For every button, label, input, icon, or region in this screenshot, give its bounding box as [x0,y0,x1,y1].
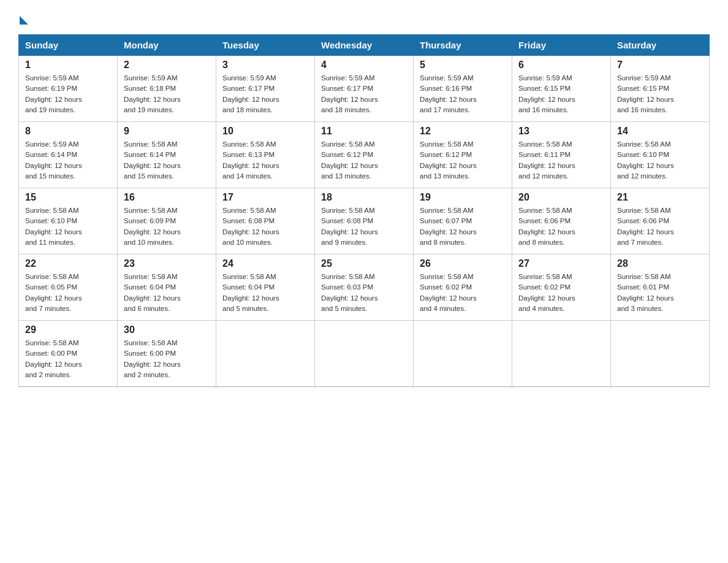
calendar-week-2: 8 Sunrise: 5:59 AM Sunset: 6:14 PM Dayli… [19,122,710,188]
day-number: 17 [222,192,308,203]
calendar-cell: 3 Sunrise: 5:59 AM Sunset: 6:17 PM Dayli… [216,56,315,122]
calendar-cell: 5 Sunrise: 5:59 AM Sunset: 6:16 PM Dayli… [414,56,512,122]
day-info: Sunrise: 5:58 AM Sunset: 6:05 PM Dayligh… [25,272,111,314]
calendar-cell: 14 Sunrise: 5:58 AM Sunset: 6:10 PM Dayl… [611,122,710,188]
day-info: Sunrise: 5:58 AM Sunset: 6:04 PM Dayligh… [124,272,210,314]
day-info: Sunrise: 5:58 AM Sunset: 6:13 PM Dayligh… [222,139,308,182]
day-info: Sunrise: 5:58 AM Sunset: 6:02 PM Dayligh… [420,272,506,314]
calendar-cell: 1 Sunrise: 5:59 AM Sunset: 6:19 PM Dayli… [19,56,118,122]
calendar-cell: 17 Sunrise: 5:58 AM Sunset: 6:08 PM Dayl… [216,188,315,255]
calendar-cell [216,321,315,387]
calendar-cell: 19 Sunrise: 5:58 AM Sunset: 6:07 PM Dayl… [414,188,512,255]
day-number: 21 [617,192,703,203]
day-info: Sunrise: 5:58 AM Sunset: 6:10 PM Dayligh… [617,139,703,182]
day-info: Sunrise: 5:58 AM Sunset: 6:06 PM Dayligh… [617,205,703,248]
calendar-cell: 9 Sunrise: 5:58 AM Sunset: 6:14 PM Dayli… [118,122,216,188]
day-number: 4 [321,59,407,71]
day-number: 3 [222,59,308,71]
header-friday: Friday [512,35,611,56]
day-number: 15 [25,192,111,203]
calendar-cell: 4 Sunrise: 5:59 AM Sunset: 6:17 PM Dayli… [315,56,414,122]
day-info: Sunrise: 5:58 AM Sunset: 6:11 PM Dayligh… [518,139,604,182]
page-header [18,12,710,22]
calendar-cell [512,321,611,387]
day-number: 10 [222,126,308,137]
day-number: 22 [25,258,111,269]
header-saturday: Saturday [611,35,710,56]
day-number: 6 [518,59,604,71]
calendar-cell: 30 Sunrise: 5:58 AM Sunset: 6:00 PM Dayl… [118,321,216,387]
day-number: 29 [25,324,111,335]
day-info: Sunrise: 5:58 AM Sunset: 6:04 PM Dayligh… [222,272,308,314]
calendar-cell: 10 Sunrise: 5:58 AM Sunset: 6:13 PM Dayl… [216,122,315,188]
day-info: Sunrise: 5:58 AM Sunset: 6:00 PM Dayligh… [124,338,210,380]
header-monday: Monday [118,35,216,56]
header-sunday: Sunday [19,35,118,56]
calendar-cell: 23 Sunrise: 5:58 AM Sunset: 6:04 PM Dayl… [118,255,216,321]
day-info: Sunrise: 5:58 AM Sunset: 6:03 PM Dayligh… [321,272,407,314]
calendar-cell [315,321,414,387]
calendar-cell: 13 Sunrise: 5:58 AM Sunset: 6:11 PM Dayl… [512,122,611,188]
day-info: Sunrise: 5:59 AM Sunset: 6:19 PM Dayligh… [25,73,111,115]
day-info: Sunrise: 5:59 AM Sunset: 6:18 PM Dayligh… [124,73,210,115]
calendar-cell: 6 Sunrise: 5:59 AM Sunset: 6:15 PM Dayli… [512,56,611,122]
day-number: 30 [124,324,210,335]
calendar-cell: 28 Sunrise: 5:58 AM Sunset: 6:01 PM Dayl… [611,255,710,321]
day-number: 9 [124,126,210,137]
calendar-cell [611,321,710,387]
calendar-week-3: 15 Sunrise: 5:58 AM Sunset: 6:10 PM Dayl… [19,188,710,255]
header-tuesday: Tuesday [216,35,315,56]
calendar-cell: 8 Sunrise: 5:59 AM Sunset: 6:14 PM Dayli… [19,122,118,188]
logo-arrow-icon [20,16,28,25]
day-number: 25 [321,258,407,269]
calendar-cell: 27 Sunrise: 5:58 AM Sunset: 6:02 PM Dayl… [512,255,611,321]
day-info: Sunrise: 5:59 AM Sunset: 6:17 PM Dayligh… [222,73,308,115]
day-number: 18 [321,192,407,203]
day-info: Sunrise: 5:58 AM Sunset: 6:12 PM Dayligh… [420,139,506,182]
day-number: 11 [321,126,407,137]
day-number: 23 [124,258,210,269]
day-info: Sunrise: 5:59 AM Sunset: 6:15 PM Dayligh… [617,73,703,115]
day-info: Sunrise: 5:58 AM Sunset: 6:12 PM Dayligh… [321,139,407,182]
calendar-cell: 21 Sunrise: 5:58 AM Sunset: 6:06 PM Dayl… [611,188,710,255]
calendar-cell: 16 Sunrise: 5:58 AM Sunset: 6:09 PM Dayl… [118,188,216,255]
day-number: 26 [420,258,506,269]
day-info: Sunrise: 5:58 AM Sunset: 6:07 PM Dayligh… [420,205,506,248]
day-info: Sunrise: 5:59 AM Sunset: 6:17 PM Dayligh… [321,73,407,115]
day-info: Sunrise: 5:58 AM Sunset: 6:06 PM Dayligh… [518,205,604,248]
day-number: 24 [222,258,308,269]
day-number: 28 [617,258,703,269]
day-info: Sunrise: 5:58 AM Sunset: 6:08 PM Dayligh… [321,205,407,248]
day-info: Sunrise: 5:59 AM Sunset: 6:15 PM Dayligh… [518,73,604,115]
day-number: 19 [420,192,506,203]
day-number: 16 [124,192,210,203]
day-number: 14 [617,126,703,137]
day-info: Sunrise: 5:59 AM Sunset: 6:16 PM Dayligh… [420,73,506,115]
day-number: 5 [420,59,506,71]
calendar-cell: 15 Sunrise: 5:58 AM Sunset: 6:10 PM Dayl… [19,188,118,255]
calendar-table: SundayMondayTuesdayWednesdayThursdayFrid… [18,34,710,387]
calendar-cell: 7 Sunrise: 5:59 AM Sunset: 6:15 PM Dayli… [611,56,710,122]
calendar-cell: 11 Sunrise: 5:58 AM Sunset: 6:12 PM Dayl… [315,122,414,188]
calendar-cell: 20 Sunrise: 5:58 AM Sunset: 6:06 PM Dayl… [512,188,611,255]
day-number: 27 [518,258,604,269]
day-number: 1 [25,59,111,71]
calendar-week-1: 1 Sunrise: 5:59 AM Sunset: 6:19 PM Dayli… [19,56,710,122]
calendar-week-5: 29 Sunrise: 5:58 AM Sunset: 6:00 PM Dayl… [19,321,710,387]
day-info: Sunrise: 5:59 AM Sunset: 6:14 PM Dayligh… [25,139,111,182]
day-info: Sunrise: 5:58 AM Sunset: 6:00 PM Dayligh… [25,338,111,380]
day-number: 8 [25,126,111,137]
day-info: Sunrise: 5:58 AM Sunset: 6:02 PM Dayligh… [518,272,604,314]
day-info: Sunrise: 5:58 AM Sunset: 6:14 PM Dayligh… [124,139,210,182]
calendar-week-4: 22 Sunrise: 5:58 AM Sunset: 6:05 PM Dayl… [19,255,710,321]
day-info: Sunrise: 5:58 AM Sunset: 6:09 PM Dayligh… [124,205,210,248]
calendar-header-row: SundayMondayTuesdayWednesdayThursdayFrid… [19,35,710,56]
calendar-cell: 29 Sunrise: 5:58 AM Sunset: 6:00 PM Dayl… [19,321,118,387]
day-number: 2 [124,59,210,71]
logo [18,12,28,22]
header-thursday: Thursday [414,35,512,56]
calendar-cell: 25 Sunrise: 5:58 AM Sunset: 6:03 PM Dayl… [315,255,414,321]
calendar-cell: 2 Sunrise: 5:59 AM Sunset: 6:18 PM Dayli… [118,56,216,122]
day-number: 13 [518,126,604,137]
calendar-cell: 18 Sunrise: 5:58 AM Sunset: 6:08 PM Dayl… [315,188,414,255]
